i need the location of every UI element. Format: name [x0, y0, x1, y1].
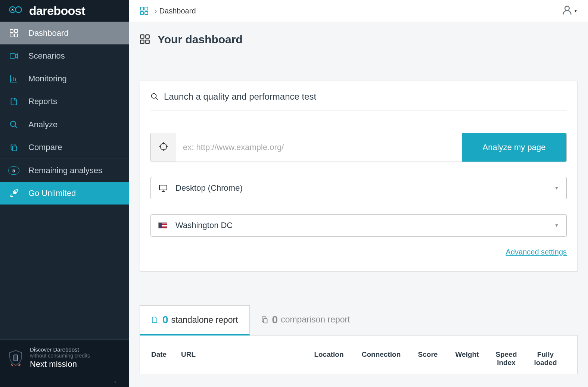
page-header: Your dashboard: [129, 22, 588, 61]
topbar: › Dashboard ▼: [129, 0, 588, 22]
sidebar-item-label: Analyze: [28, 120, 57, 129]
col-connection: Connection: [353, 350, 409, 367]
table-header: Date URL Location Connection Score Weigh…: [140, 335, 578, 374]
sidebar: dareboost Dashboard Scenarios Monitoring…: [0, 0, 129, 387]
sidebar-item-gounlimited[interactable]: Go Unlimited: [0, 182, 129, 205]
apps-icon: [140, 34, 151, 45]
sidebar-item-scenarios[interactable]: Scenarios: [0, 44, 129, 67]
svg-rect-18: [140, 40, 144, 43]
card-header: Launch a quality and performance test: [150, 91, 567, 110]
badge-icon: [8, 349, 23, 367]
svg-rect-10: [14, 355, 18, 361]
mission-line1: Discover Dareboost: [30, 346, 90, 353]
sidebar-item-label: Go Unlimited: [28, 188, 76, 198]
svg-rect-12: [145, 7, 148, 10]
copy-icon: [261, 316, 268, 324]
svg-point-9: [15, 191, 16, 193]
user-menu[interactable]: ▼: [562, 5, 578, 17]
main: › Dashboard ▼ Your dashboard Launch a qu…: [129, 0, 588, 387]
svg-rect-11: [140, 7, 143, 10]
sidebar-item-label: Remaining analyses: [28, 166, 102, 175]
url-row: Analyze my page: [150, 133, 567, 162]
sidebar-item-remaining[interactable]: 5 Remaining analyses: [0, 159, 129, 182]
sidebar-item-reports[interactable]: Reports: [0, 90, 129, 113]
caret-down-icon: ▼: [554, 185, 559, 191]
location-value: Washington DC: [175, 221, 554, 230]
sidebar-item-label: Scenarios: [28, 51, 65, 61]
svg-rect-14: [145, 12, 148, 15]
tab-comparison[interactable]: 0 comparison report: [250, 305, 361, 335]
svg-point-21: [160, 143, 167, 150]
col-speed: Speed Index: [488, 350, 525, 367]
caret-down-icon: ▼: [554, 223, 559, 228]
launch-form: Analyze my page Desktop (Chrome) ▼ Washi…: [150, 110, 567, 256]
tab-standalone[interactable]: 0 standalone report: [140, 305, 250, 335]
file-icon: [8, 97, 19, 106]
desktop-icon: [158, 184, 168, 192]
sidebar-item-label: Compare: [28, 143, 62, 152]
search-icon: [8, 120, 19, 129]
col-weight: Weight: [447, 350, 488, 367]
content: Launch a quality and performance test An…: [129, 61, 588, 387]
sidebar-item-analyze[interactable]: Analyze: [0, 113, 129, 136]
svg-rect-22: [159, 185, 167, 190]
remaining-count: 5: [8, 166, 19, 175]
device-select[interactable]: Desktop (Chrome) ▼: [150, 177, 567, 199]
tab-label: standalone report: [171, 315, 238, 325]
chevron-right-icon: ›: [155, 7, 157, 15]
reports-section: 0 standalone report 0 comparison report …: [140, 305, 578, 374]
mission-text: Discover Dareboost without consuming cre…: [30, 346, 90, 369]
logo-text: dareboost: [29, 4, 85, 18]
sidebar-item-label: Dashboard: [28, 28, 69, 38]
mission-banner[interactable]: Discover Dareboost without consuming cre…: [0, 339, 129, 376]
chart-icon: [8, 74, 19, 83]
col-location: Location: [305, 350, 353, 367]
breadcrumb: › Dashboard: [140, 6, 196, 15]
launch-card: Launch a quality and performance test An…: [140, 81, 578, 272]
svg-rect-6: [10, 54, 15, 58]
sidebar-item-compare[interactable]: Compare: [0, 136, 129, 159]
sidebar-item-label: Monitoring: [28, 74, 67, 84]
card-title: Launch a quality and performance test: [164, 91, 316, 102]
count-badge-icon: 5: [8, 166, 19, 175]
rocket-icon: [8, 189, 19, 198]
svg-rect-5: [15, 34, 18, 37]
col-date: Date: [151, 350, 181, 367]
col-fully: Fully loaded: [525, 350, 566, 367]
logo[interactable]: dareboost: [0, 0, 129, 22]
apps-icon[interactable]: [140, 6, 149, 15]
tab-label: comparison report: [281, 315, 350, 325]
copy-icon: [8, 143, 19, 152]
svg-rect-17: [146, 35, 149, 38]
sidebar-item-monitoring[interactable]: Monitoring: [0, 67, 129, 90]
analyze-button[interactable]: Analyze my page: [462, 133, 566, 162]
location-select[interactable]: Washington DC ▼: [150, 214, 567, 237]
url-input[interactable]: [176, 133, 462, 162]
svg-rect-13: [140, 12, 143, 15]
nav-tertiary: 5 Remaining analyses Go Unlimited: [0, 159, 129, 205]
mission-line2: without consuming credits: [30, 353, 90, 359]
advanced-settings-link[interactable]: Advanced settings: [506, 248, 567, 256]
nav-primary: Dashboard Scenarios Monitoring Reports: [0, 22, 129, 113]
collapse-sidebar-button[interactable]: ←: [0, 376, 129, 387]
nav-secondary: Analyze Compare: [0, 113, 129, 159]
user-icon: [562, 5, 572, 17]
file-icon: [151, 316, 158, 324]
video-icon: [8, 52, 19, 60]
sidebar-item-dashboard[interactable]: Dashboard: [0, 22, 129, 44]
svg-rect-8: [12, 146, 16, 151]
svg-rect-23: [263, 318, 267, 323]
svg-rect-2: [10, 29, 13, 32]
svg-point-20: [152, 94, 156, 99]
mission-line3: Next mission: [30, 359, 90, 369]
device-value: Desktop (Chrome): [175, 183, 554, 193]
svg-point-1: [16, 7, 22, 13]
apps-icon: [8, 29, 19, 38]
svg-rect-3: [15, 29, 18, 32]
sidebar-item-label: Reports: [28, 97, 57, 106]
caret-down-icon: ▼: [574, 9, 578, 13]
svg-rect-4: [10, 34, 13, 37]
breadcrumb-current: Dashboard: [159, 7, 196, 15]
advanced-settings-row: Advanced settings: [150, 248, 567, 256]
svg-point-15: [565, 6, 569, 11]
